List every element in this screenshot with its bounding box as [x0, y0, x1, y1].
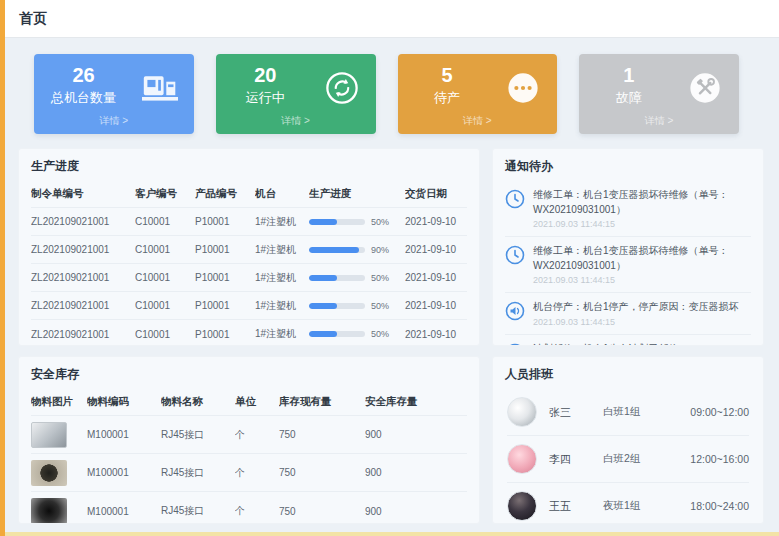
- cell-safety: 900: [365, 422, 469, 447]
- progress-cell: 50%: [309, 294, 405, 318]
- schedule-row: 张三 白班1组 09:00~12:00: [507, 389, 749, 436]
- schedule-row: 王五 夜班1组 18:00~24:00: [507, 483, 749, 524]
- staff-name: 王五: [549, 499, 591, 514]
- cell-customer: C10001: [135, 293, 195, 318]
- table-row: ZL202109021001 C10001 P10001 1#注塑机 90% 2…: [31, 236, 467, 264]
- card-value: 20: [216, 64, 315, 87]
- bottom-accent-strip: [0, 532, 779, 536]
- notification-text: 机台停产：机台1停产，停产原因：变压器损坏: [533, 300, 751, 315]
- cell-date: 2021-09-10: [405, 293, 469, 318]
- card-fault[interactable]: 1 故障 详情 >: [579, 54, 739, 134]
- table-row: ZL202109021001 C10001 P10001 1#注塑机 50% 2…: [31, 320, 467, 346]
- progress-bar: [309, 247, 365, 253]
- staff-shift: 夜班1组: [603, 499, 665, 513]
- card-detail-link[interactable]: 详情 >: [216, 114, 376, 128]
- cell-code: M100001: [87, 422, 161, 447]
- notification-item[interactable]: 维修工单：机台1变压器损坏待维修（单号：WX202109031001） 2021…: [505, 181, 751, 237]
- notification-list: 维修工单：机台1变压器损坏待维修（单号：WX202109031001） 2021…: [493, 181, 763, 346]
- cell-product: P10001: [195, 293, 255, 318]
- table-row: ZL202109021001 C10001 P10001 1#注塑机 50% 2…: [31, 264, 467, 292]
- cell-date: 2021-09-10: [405, 265, 469, 290]
- staff-time: 09:00~12:00: [690, 406, 749, 418]
- notification-text: 维修工单：机台1变压器损坏待维修（单号：WX202109031001）: [533, 244, 751, 273]
- avatar: [507, 444, 537, 474]
- cell-safety: 900: [365, 460, 469, 485]
- cell-order: ZL202109021001: [31, 293, 135, 318]
- card-label: 故障: [579, 89, 678, 107]
- cell-machine: 1#注塑机: [255, 236, 309, 264]
- page-header: 首页: [5, 0, 779, 38]
- cell-name: RJ45接口: [161, 459, 235, 487]
- production-progress-panel: 生产进度 制令单编号 客户编号 产品编号 机台 生产进度 交货日期 ZL2021…: [18, 148, 480, 346]
- progress-cell: 50%: [309, 322, 405, 346]
- stat-cards-row: 26 总机台数量 详情 > 20 运行中 详情 >: [34, 54, 739, 134]
- card-detail-link[interactable]: 详情 >: [398, 114, 558, 128]
- tools-icon: [687, 70, 723, 106]
- cell-order: ZL202109021001: [31, 322, 135, 347]
- cell-stock: 750: [279, 460, 365, 485]
- notification-item[interactable]: 计划暂停：机台1生产计划已暂停 2021.09.03 11:44:15: [505, 335, 751, 347]
- notification-text: 计划暂停：机台1生产计划已暂停: [533, 342, 751, 347]
- machine-icon: [142, 70, 178, 106]
- panel-title: 通知待办: [493, 149, 763, 181]
- progress-cell: 50%: [309, 266, 405, 290]
- safety-stock-panel: 安全库存 物料图片 物料编码 物料名称 单位 库存现有量 安全库存量 M1000…: [18, 356, 480, 524]
- table-row: M100001 RJ45接口 个 750 900: [31, 454, 467, 492]
- card-detail-link[interactable]: 详情 >: [34, 114, 194, 128]
- card-standby[interactable]: 5 待产 详情 >: [398, 54, 558, 134]
- clock-icon: [505, 189, 525, 209]
- cell-code: M100001: [87, 499, 161, 524]
- cell-code: M100001: [87, 460, 161, 485]
- notification-time: 2021.09.03 11:44:15: [533, 219, 751, 229]
- cell-order: ZL202109021001: [31, 237, 135, 262]
- staff-time: 18:00~24:00: [690, 500, 749, 512]
- notification-item[interactable]: 维修工单：机台1变压器损坏待维修（单号：WX202109031001） 2021…: [505, 237, 751, 293]
- progress-label: 50%: [371, 301, 389, 311]
- progress-bar: [309, 219, 365, 225]
- notification-text: 维修工单：机台1变压器损坏待维修（单号：WX202109031001）: [533, 188, 751, 217]
- col-header: 库存现有量: [279, 389, 365, 415]
- progress-label: 50%: [371, 217, 389, 227]
- notifications-panel: 通知待办 维修工单：机台1变压器损坏待维修（单号：WX202109031001）…: [492, 148, 764, 346]
- progress-cell: 50%: [309, 210, 405, 234]
- cell-stock: 750: [279, 499, 365, 524]
- cell-name: RJ45接口: [161, 421, 235, 449]
- notification-item[interactable]: 机台停产：机台1停产，停产原因：变压器损坏 2021.09.03 11:44:1…: [505, 293, 751, 335]
- production-table: 制令单编号 客户编号 产品编号 机台 生产进度 交货日期 ZL202109021…: [19, 181, 479, 346]
- progress-bar: [309, 303, 365, 309]
- material-image: [31, 422, 67, 448]
- col-header: 产品编号: [195, 181, 255, 207]
- card-total-machines[interactable]: 26 总机台数量 详情 >: [34, 54, 194, 134]
- col-header: 安全库存量: [365, 389, 469, 415]
- table-header-row: 制令单编号 客户编号 产品编号 机台 生产进度 交货日期: [31, 181, 467, 208]
- cell-name: RJ45接口: [161, 497, 235, 524]
- ellipsis-icon: [505, 70, 541, 106]
- cell-product: P10001: [195, 209, 255, 234]
- clock-icon: [505, 245, 525, 265]
- avatar: [507, 491, 537, 521]
- progress-cell: 90%: [309, 238, 405, 262]
- card-label: 总机台数量: [34, 89, 133, 107]
- card-label: 待产: [398, 89, 497, 107]
- page-title: 首页: [19, 10, 47, 28]
- card-detail-link[interactable]: 详情 >: [579, 114, 739, 128]
- col-header: 物料图片: [31, 389, 87, 415]
- inventory-table: 物料图片 物料编码 物料名称 单位 库存现有量 安全库存量 M100001 RJ…: [19, 389, 479, 524]
- cell-machine: 1#注塑机: [255, 208, 309, 236]
- cell-order: ZL202109021001: [31, 209, 135, 234]
- cell-product: P10001: [195, 237, 255, 262]
- table-row: ZL202109021001 C10001 P10001 1#注塑机 50% 2…: [31, 292, 467, 320]
- cell-safety: 900: [365, 499, 469, 524]
- speaker-icon: [505, 301, 525, 321]
- col-header: 交货日期: [405, 181, 469, 207]
- panel-title: 生产进度: [19, 149, 479, 181]
- cell-unit: 个: [235, 459, 279, 487]
- col-header: 物料名称: [161, 389, 235, 415]
- col-header: 制令单编号: [31, 181, 135, 207]
- staff-shift: 白班2组: [603, 452, 665, 466]
- card-running[interactable]: 20 运行中 详情 >: [216, 54, 376, 134]
- table-row: ZL202109021001 C10001 P10001 1#注塑机 50% 2…: [31, 208, 467, 236]
- progress-label: 50%: [371, 273, 389, 283]
- cell-machine: 1#注塑机: [255, 320, 309, 346]
- table-row: M100001 RJ45接口 个 750 900: [31, 492, 467, 524]
